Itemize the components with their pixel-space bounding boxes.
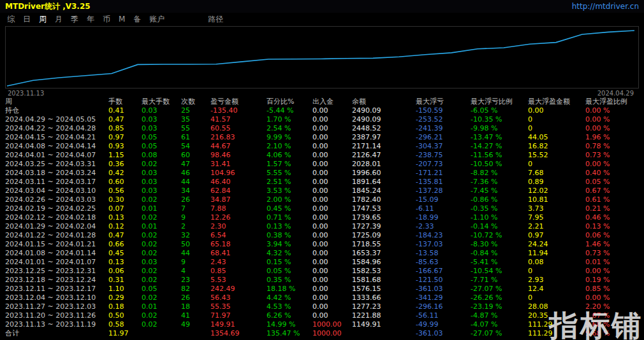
table-cell: 1782.40 [352, 195, 416, 204]
table-cell: 0.89 [528, 178, 585, 187]
table-cell: 2024.02.12 ~ 2024.02.18 [5, 213, 108, 222]
website-link[interactable]: http://mtdriver.cn [572, 2, 639, 11]
table-cell: 0.05 % [267, 267, 312, 276]
table-cell: 1.67 % [585, 311, 640, 320]
table-cell: 0.40 % [585, 169, 640, 178]
menu-item-路径[interactable]: 路径 [207, 14, 224, 25]
table-cell: 0.78 % [585, 142, 640, 151]
table-cell: 1996.60 [352, 169, 416, 178]
table-cell: 0.01 [142, 302, 181, 311]
table-cell: -137.03 [416, 240, 471, 249]
table-cell: 0 [528, 115, 585, 124]
table-row: 2024.01.29 ~ 2024.02.040.120.0122.300.13… [5, 222, 640, 231]
table-cell: 2024.01.01 ~ 2024.01.07 [5, 258, 108, 267]
table-cell: 4.42 % [267, 294, 312, 302]
column-header: 周 [5, 97, 108, 106]
menu-item-季[interactable]: 季 [70, 14, 79, 25]
table-cell: 2023.11.20 ~ 2023.11.26 [5, 311, 108, 320]
table-cell: -6.11 [416, 204, 471, 213]
table-cell: 55 [181, 124, 210, 133]
table-cell: 4.32 % [267, 249, 312, 258]
menu-item-币[interactable]: 币 [102, 14, 111, 25]
table-cell: 3.94 % [267, 240, 312, 249]
table-cell: 1891.64 [352, 178, 416, 187]
menu-item-日[interactable]: 日 [22, 14, 31, 25]
menu-item-综[interactable]: 综 [6, 14, 15, 25]
table-cell: -361.03 [416, 285, 471, 294]
column-header: 最大浮盈比例 [585, 97, 640, 106]
table-cell: -15.09 [416, 195, 471, 204]
menu-item-M[interactable]: M [118, 15, 126, 24]
table-cell: 61 [181, 133, 210, 142]
table-cell: -7.45 % [471, 187, 528, 195]
table-cell: 0.00 [312, 285, 352, 294]
table-cell: 2 [181, 222, 210, 231]
table-row: 2024.03.25 ~ 2024.03.310.360.024731.411.… [5, 160, 640, 169]
table-cell: -4.07 % [471, 320, 528, 329]
table-cell: 242.49 [210, 285, 267, 294]
table-cell: 0.01 [142, 222, 181, 231]
column-header: 出入金 [312, 97, 352, 106]
table-cell: 49 [181, 320, 210, 329]
table-cell: 26 [181, 294, 210, 302]
table-cell: 0.00 [312, 240, 352, 249]
table-cell: 0.00 [312, 258, 352, 267]
menu-item-年[interactable]: 年 [86, 14, 95, 25]
table-cell: 2028.01 [352, 160, 416, 169]
table-cell: 44.05 [528, 133, 585, 142]
table-cell: 0.05 [142, 285, 181, 294]
table-cell: -241.39 [416, 124, 471, 133]
table-cell: 41 [181, 311, 210, 320]
menu-item-月[interactable]: 月 [54, 14, 63, 25]
table-cell: 16.82 [528, 142, 585, 151]
table-cell: -253.52 [416, 115, 471, 124]
table-cell: 0.00 [312, 124, 352, 133]
table-cell: -23.19 % [471, 302, 528, 311]
table-row: 2024.02.19 ~ 2024.02.250.070.0177.880.45… [5, 204, 640, 213]
table-cell: 2023.12.18 ~ 2023.12.24 [5, 276, 108, 285]
table-cell: -0.35 % [471, 204, 528, 213]
table-cell: 1.96 % [585, 133, 640, 142]
table-cell: 0.42 [108, 169, 142, 178]
table-cell: 0.00 [312, 204, 352, 213]
table-cell: 1.10 [108, 285, 142, 294]
table-cell: -304.37 [416, 142, 471, 151]
table-cell: 0.29 [108, 294, 142, 302]
table-cell: 0.00 [312, 160, 352, 169]
table-cell: -1.10 % [471, 213, 528, 222]
table-cell: 0.56 [108, 187, 142, 195]
menu-item-账户[interactable]: 账户 [149, 14, 165, 25]
table-cell: 1739.65 [352, 213, 416, 222]
table-cell: 2024.02.19 ~ 2024.02.25 [5, 204, 108, 213]
table-cell: -4.87 % [471, 311, 528, 320]
table-row: 2024.03.18 ~ 2024.03.240.420.0346104.965… [5, 169, 640, 178]
table-cell: 0 [528, 267, 585, 276]
table-cell: 18.18 % [267, 285, 312, 294]
table-cell: 2126.47 [352, 151, 416, 160]
table-cell: 0.01 [142, 204, 181, 213]
table-cell: 0.47 [108, 115, 142, 124]
table-cell: 0.05 % [585, 178, 640, 187]
table-cell: 2.10 % [267, 142, 312, 151]
table-cell: 12.4 [528, 285, 585, 294]
table-cell: 54 [181, 142, 210, 151]
table-row: 2024.04.08 ~ 2024.04.140.930.055444.672.… [5, 142, 640, 151]
menu-item-周[interactable]: 周 [38, 14, 47, 25]
table-cell: 0.61 % [585, 195, 640, 204]
table-cell: 4.53 % [267, 302, 312, 311]
table-cell: 2024.01.08 ~ 2024.01.14 [5, 249, 108, 258]
table-cell: 0.85 [108, 124, 142, 133]
table-cell: 0.00 % [585, 160, 640, 169]
table-cell: -18.99 [416, 213, 471, 222]
table-cell: 2.20 % [585, 302, 640, 311]
table-cell: 46 [181, 169, 210, 178]
table-cell: 3.73 [528, 204, 585, 213]
table-cell: 5.53 [210, 276, 267, 285]
table-cell: 1354.69 [210, 329, 267, 338]
table-cell: 2448.52 [352, 124, 416, 133]
table-cell: 28.08 [528, 302, 585, 311]
table-cell: 0.21 % [585, 204, 640, 213]
table-cell: 0.03 [142, 169, 181, 178]
menu-item-备[interactable]: 备 [133, 14, 142, 25]
table-cell: 0.00 [528, 106, 585, 115]
